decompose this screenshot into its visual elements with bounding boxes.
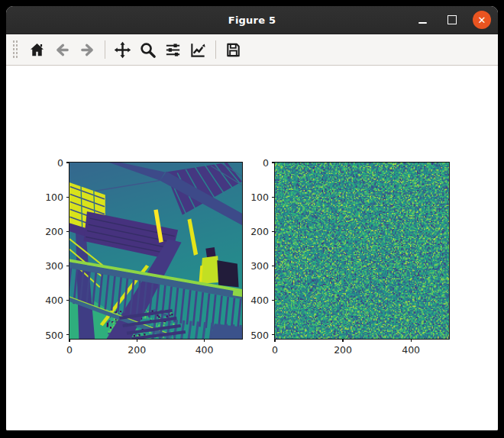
x-tick-mark	[69, 339, 69, 342]
zoom-button[interactable]	[136, 38, 160, 62]
arrow-right-icon	[79, 41, 96, 59]
customize-button[interactable]	[186, 38, 210, 62]
figure-canvas: 0100200300400500020040001002003004005000…	[6, 66, 498, 430]
y-tick-label: 500	[250, 329, 269, 340]
minimize-icon	[418, 22, 427, 24]
y-tick-mark	[272, 162, 275, 163]
y-tick-label: 200	[45, 226, 63, 237]
y-tick-mark	[66, 266, 69, 266]
save-button[interactable]	[221, 38, 245, 62]
x-tick-label: 200	[334, 344, 352, 356]
x-tick-label: 400	[195, 344, 214, 356]
photo-image[interactable]	[69, 163, 242, 339]
y-tick-mark	[66, 334, 69, 335]
close-button[interactable]: ✕	[473, 11, 491, 29]
pan-button[interactable]	[111, 38, 134, 62]
y-tick-label: 100	[250, 192, 269, 203]
y-tick-label: 400	[250, 295, 269, 306]
home-button[interactable]	[25, 38, 49, 62]
axes-noise[interactable]: 01002003004005000200400	[274, 162, 450, 340]
y-tick-label: 100	[45, 192, 63, 203]
chart-icon	[189, 41, 207, 59]
back-button[interactable]	[50, 38, 74, 62]
close-icon: ✕	[478, 15, 486, 25]
toolbar-separator	[105, 40, 105, 59]
y-tick-label: 0	[57, 157, 63, 169]
screenshot-stage: Figure 5 ✕ 01002003004005000200400010020…	[0, 0, 504, 438]
y-tick-label: 300	[250, 260, 269, 272]
subplots-button[interactable]	[161, 38, 185, 62]
home-icon	[28, 41, 46, 59]
y-tick-mark	[66, 300, 69, 301]
toolbar-separator	[215, 40, 216, 59]
x-tick-mark	[137, 339, 137, 342]
forward-button[interactable]	[76, 38, 99, 62]
navigation-toolbar	[6, 34, 498, 66]
y-tick-mark	[66, 197, 69, 198]
toolbar-drag-handle[interactable]	[12, 40, 18, 60]
maximize-icon	[447, 15, 457, 24]
y-tick-mark	[272, 334, 275, 335]
x-tick-label: 0	[66, 344, 73, 356]
move-icon	[114, 41, 131, 59]
magnifier-icon	[139, 41, 157, 59]
y-tick-label: 0	[263, 157, 269, 169]
y-tick-label: 300	[45, 260, 63, 272]
figure-window: Figure 5 ✕ 01002003004005000200400010020…	[6, 6, 498, 430]
x-tick-mark	[274, 339, 275, 342]
y-tick-label: 200	[250, 226, 269, 237]
y-tick-mark	[66, 162, 69, 163]
y-tick-mark	[272, 266, 275, 266]
y-tick-mark	[272, 300, 275, 301]
titlebar[interactable]: Figure 5 ✕	[6, 6, 498, 34]
toolbar-buttons	[24, 38, 246, 62]
x-tick-mark	[342, 339, 343, 342]
titlebar-controls: ✕	[413, 6, 491, 34]
arrow-left-icon	[53, 41, 71, 59]
y-tick-mark	[66, 231, 69, 232]
x-tick-label: 0	[272, 344, 278, 356]
x-tick-label: 200	[128, 344, 146, 356]
sliders-icon	[164, 41, 182, 59]
x-tick-mark	[411, 339, 412, 342]
y-tick-label: 500	[45, 329, 63, 340]
y-tick-label: 400	[45, 295, 63, 306]
y-tick-mark	[272, 231, 275, 232]
save-icon	[225, 41, 242, 59]
axes-photo[interactable]: 01002003004005000200400	[69, 162, 243, 340]
y-tick-mark	[272, 197, 275, 198]
maximize-button[interactable]	[443, 11, 461, 29]
x-tick-mark	[204, 339, 205, 342]
window-title: Figure 5	[228, 14, 276, 26]
minimize-button[interactable]	[413, 11, 431, 29]
x-tick-label: 400	[402, 344, 420, 356]
noise-image[interactable]	[275, 163, 449, 339]
